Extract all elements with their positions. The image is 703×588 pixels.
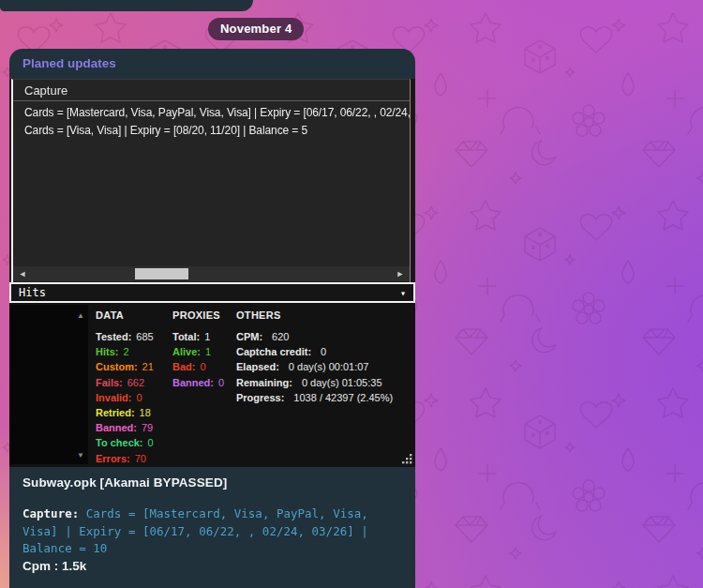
stat-value: 0 day(s) 01:05:35 bbox=[302, 375, 382, 390]
stat-label: Retried: bbox=[96, 405, 135, 420]
stat-label: Elapsed: bbox=[236, 359, 279, 374]
stat-row: Errors:70 bbox=[96, 451, 154, 466]
stats-column-title: OTHERS bbox=[236, 309, 393, 321]
stat-label: Bad: bbox=[172, 359, 195, 374]
chevron-down-icon: ▾ bbox=[400, 288, 406, 298]
scroll-up-icon[interactable]: ▲ bbox=[77, 311, 84, 320]
message-bubble: Planed updates Capture Cards = [Masterca… bbox=[9, 49, 415, 588]
stat-value: 1 bbox=[204, 329, 210, 344]
stat-value: 1038 / 42397 (2.45%) bbox=[293, 390, 393, 405]
stat-row: Remaining:0 day(s) 01:05:35 bbox=[236, 375, 393, 390]
list-item[interactable]: Cards = [Mastercard, Visa, PayPal, Visa,… bbox=[13, 104, 410, 122]
stat-value: 620 bbox=[272, 329, 289, 344]
scroll-down-icon[interactable]: ▼ bbox=[77, 451, 84, 460]
stat-value: 0 bbox=[218, 375, 224, 390]
stat-label: Remaining: bbox=[236, 375, 292, 390]
capture-rows: Cards = [Mastercard, Visa, PayPal, Visa,… bbox=[13, 101, 410, 140]
stat-row: Fails:662 bbox=[96, 375, 154, 390]
stats-column: DATATested:685Hits:2Custom:21Fails:662In… bbox=[96, 309, 154, 466]
results-dropdown[interactable]: Hits ▾ bbox=[9, 282, 415, 303]
sender-name[interactable]: Planed updates bbox=[9, 49, 415, 79]
scroll-right-icon[interactable]: ► bbox=[393, 266, 408, 281]
stat-row: Captcha credit:0 bbox=[236, 344, 393, 359]
caption-cpm: Cpm : 1.5k bbox=[22, 559, 402, 573]
stat-value: 662 bbox=[127, 375, 144, 390]
stat-row: Retried:18 bbox=[96, 405, 154, 420]
stat-label: Banned: bbox=[172, 375, 214, 390]
stat-value: 2 bbox=[123, 344, 128, 359]
stat-label: Invalid: bbox=[96, 390, 132, 405]
stat-label: Hits: bbox=[96, 344, 118, 359]
stat-value: 0 bbox=[200, 359, 205, 374]
stat-value: 70 bbox=[135, 451, 146, 466]
stat-row: Banned:79 bbox=[96, 420, 154, 435]
stat-value: 21 bbox=[142, 359, 154, 374]
stat-label: Captcha credit: bbox=[236, 344, 311, 359]
stat-label: Tested: bbox=[96, 329, 131, 344]
horizontal-scrollbar[interactable]: ◄ ► bbox=[13, 266, 410, 281]
stat-row: Invalid:0 bbox=[96, 390, 154, 405]
stat-value: 1 bbox=[205, 344, 211, 359]
stat-row: To check:0 bbox=[96, 435, 154, 450]
resize-grip-icon[interactable] bbox=[401, 453, 413, 465]
stat-row: Total:1 bbox=[172, 329, 224, 344]
stats-column-title: DATA bbox=[96, 309, 154, 321]
stats-column: PROXIESTotal:1Alive:1Bad:0Banned:0 bbox=[172, 309, 224, 390]
stat-row: Banned:0 bbox=[172, 375, 224, 390]
caption-title: Subway.opk [Akamai BYPASSED] bbox=[22, 475, 402, 490]
stat-value: 0 bbox=[137, 390, 142, 405]
stat-label: CPM: bbox=[236, 329, 262, 344]
stat-value: 0 bbox=[148, 435, 154, 450]
stat-value: 0 day(s) 00:01:07 bbox=[289, 359, 369, 374]
stat-row: Custom:21 bbox=[96, 359, 154, 374]
list-item[interactable]: Cards = [Visa, Visa] | Expiry = [08/20, … bbox=[13, 122, 410, 140]
message-caption: Subway.opk [Akamai BYPASSED] Capture: Ca… bbox=[9, 467, 415, 573]
stat-row: Progress:1038 / 42397 (2.45%) bbox=[236, 390, 393, 405]
capture-listview: Capture Cards = [Mastercard, Visa, PayPa… bbox=[11, 79, 411, 282]
stat-value: 685 bbox=[136, 329, 153, 344]
stat-row: Hits:2 bbox=[96, 344, 154, 359]
stat-row: CPM:620 bbox=[236, 329, 393, 344]
previous-message-bubble bbox=[0, 0, 253, 11]
stat-label: Custom: bbox=[96, 359, 138, 374]
date-badge[interactable]: November 4 bbox=[208, 18, 304, 40]
chat-window: November 4 Planed updates Capture Cards … bbox=[0, 0, 703, 588]
stat-row: Tested:685 bbox=[96, 329, 154, 344]
stat-value: 18 bbox=[140, 405, 151, 420]
stat-value: 0 bbox=[321, 344, 326, 359]
stat-label: Fails: bbox=[96, 375, 123, 390]
stat-label: To check: bbox=[96, 435, 143, 450]
stat-label: Banned: bbox=[96, 420, 137, 435]
stat-value: 79 bbox=[142, 420, 153, 435]
stats-panel: ▲ ▼ DATATested:685Hits:2Custom:21Fails:6… bbox=[9, 303, 415, 467]
stat-label: Errors: bbox=[96, 451, 130, 466]
stat-label: Progress: bbox=[236, 390, 284, 405]
stat-label: Alive: bbox=[172, 344, 201, 359]
stat-row: Alive:1 bbox=[172, 344, 224, 359]
scroll-left-icon[interactable]: ◄ bbox=[15, 266, 30, 281]
stat-row: Elapsed:0 day(s) 00:01:07 bbox=[236, 359, 393, 374]
results-dropdown-value: Hits bbox=[19, 286, 46, 299]
stats-column-title: PROXIES bbox=[172, 309, 224, 321]
log-pane: ▲ ▼ bbox=[9, 305, 88, 464]
message-photo[interactable]: Capture Cards = [Mastercard, Visa, PayPa… bbox=[9, 79, 415, 467]
stat-row: Bad:0 bbox=[172, 359, 224, 374]
stat-label: Total: bbox=[172, 329, 200, 344]
caption-capture-label: Capture: bbox=[22, 506, 86, 520]
scrollbar-thumb[interactable] bbox=[135, 268, 188, 279]
capture-column-header[interactable]: Capture bbox=[13, 80, 410, 101]
caption-code-block: Capture: Cards = [Mastercard, Visa, PayP… bbox=[22, 505, 402, 558]
stats-column: OTHERSCPM:620Captcha credit:0Elapsed:0 d… bbox=[236, 309, 393, 405]
